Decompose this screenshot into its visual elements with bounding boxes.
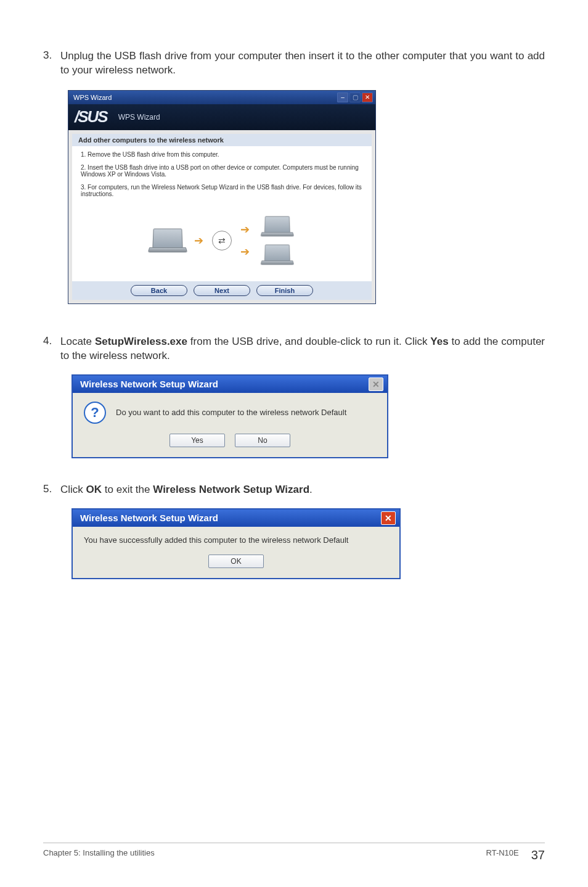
step-5-number: 5.	[43, 483, 60, 497]
laptop-icon	[261, 216, 293, 237]
arrows-split-icon: ➔➔	[240, 223, 250, 258]
wps-wizard-window: WPS Wizard – ▢ ✕ /SUS WPS Wizard Add oth…	[68, 90, 376, 304]
question-icon: ?	[84, 402, 106, 424]
step-3-number: 3.	[43, 49, 60, 78]
wps-panel-title: Add other computers to the wireless netw…	[72, 134, 372, 146]
footer-page-number: 37	[531, 848, 545, 862]
dialog-title: Wireless Network Setup Wizard	[80, 379, 369, 389]
wps-illustration: ➔ ⇄ ➔➔	[81, 204, 363, 278]
step-5: 5. Click OK to exit the Wireless Network…	[43, 483, 545, 497]
wps-panel-content: 1. Remove the USB flash drive from this …	[72, 146, 372, 281]
step-3-text: Unplug the USB flash drive from your com…	[60, 49, 545, 78]
wps-instruction-3: 3. For computers, run the Wireless Netwo…	[81, 184, 363, 197]
page-footer: Chapter 5: Installing the utilities RT-N…	[43, 843, 545, 862]
laptop-icon	[261, 244, 293, 265]
back-button[interactable]: Back	[131, 285, 187, 296]
close-icon[interactable]: ✕	[362, 93, 373, 102]
step-4-number: 4.	[43, 335, 60, 363]
close-icon[interactable]: ✕	[369, 377, 383, 391]
asus-logo: /SUS	[75, 107, 107, 126]
usb-icon: ⇄	[212, 231, 232, 250]
wps-header: /SUS WPS Wizard	[68, 104, 375, 130]
step-5-text: Click OK to exit the Wireless Network Se…	[60, 483, 545, 497]
dialog-message: You have successfully added this compute…	[84, 535, 388, 545]
maximize-icon: ▢	[349, 93, 361, 102]
ok-button[interactable]: OK	[208, 555, 264, 568]
laptop-icon	[149, 228, 186, 253]
dialog-message: Do you want to add this computer to the …	[116, 408, 346, 417]
arrow-right-icon: ➔	[194, 234, 203, 247]
wps-instruction-2: 2. Insert the USB flash drive into a USB…	[81, 164, 363, 178]
no-button[interactable]: No	[235, 434, 290, 447]
footer-chapter: Chapter 5: Installing the utilities	[43, 848, 486, 862]
wps-header-label: WPS Wizard	[118, 113, 160, 122]
next-button[interactable]: Next	[194, 285, 250, 296]
yes-button[interactable]: Yes	[169, 434, 225, 447]
success-dialog: Wireless Network Setup Wizard ✕ You have…	[71, 508, 401, 579]
dialog-title: Wireless Network Setup Wizard	[80, 513, 381, 523]
finish-button[interactable]: Finish	[256, 285, 313, 296]
minimize-icon[interactable]: –	[337, 93, 348, 102]
step-4: 4. Locate SetupWireless.exe from the USB…	[43, 335, 545, 363]
wps-window-title: WPS Wizard	[71, 94, 336, 101]
step-4-text: Locate SetupWireless.exe from the USB dr…	[60, 335, 545, 363]
wps-button-row: Back Next Finish	[72, 281, 372, 300]
close-icon[interactable]: ✕	[381, 511, 396, 525]
wps-instruction-1: 1. Remove the USB flash drive from this …	[81, 151, 363, 158]
footer-model: RT-N10E	[486, 848, 519, 862]
wps-titlebar: WPS Wizard – ▢ ✕	[68, 91, 375, 104]
dialog-titlebar: Wireless Network Setup Wizard ✕	[73, 510, 399, 527]
dialog-titlebar: Wireless Network Setup Wizard ✕	[73, 376, 387, 393]
confirm-dialog: Wireless Network Setup Wizard ✕ ? Do you…	[71, 374, 388, 458]
step-3: 3. Unplug the USB flash drive from your …	[43, 49, 545, 78]
